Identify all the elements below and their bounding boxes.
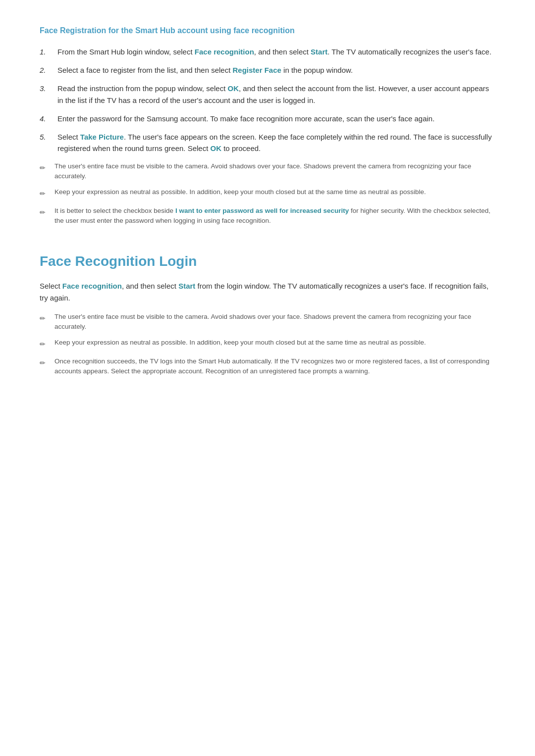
- section2-notes: The user's entire face must be visible t…: [40, 312, 495, 377]
- step5-highlight1: Take Picture: [80, 133, 124, 141]
- step-5-content: Select Take Picture. The user's face app…: [57, 131, 495, 154]
- section2-note-1-content: The user's entire face must be visible t…: [54, 312, 495, 332]
- note-3: It is better to select the checkbox besi…: [40, 206, 495, 226]
- step-2-number: 2.: [40, 64, 57, 76]
- step-3-number: 3.: [40, 83, 57, 94]
- pencil-icon-5: [40, 338, 54, 351]
- step-2: 2. Select a face to register from the li…: [40, 64, 495, 76]
- pencil-icon-3: [40, 206, 54, 219]
- section2-intro: Select Face recognition, and then select…: [40, 280, 495, 304]
- step-3: 3. Read the instruction from the popup w…: [40, 83, 495, 106]
- steps-list: 1. From the Smart Hub login window, sele…: [40, 46, 495, 154]
- section2-note-2-content: Keep your expression as neutral as possi…: [54, 338, 495, 348]
- step-3-content: Read the instruction from the popup wind…: [57, 83, 495, 106]
- pencil-icon-1: [40, 161, 54, 174]
- section2-highlight2: Start: [178, 282, 195, 290]
- step-1-content: From the Smart Hub login window, select …: [57, 46, 495, 57]
- step-4-content: Enter the password for the Samsung accou…: [57, 113, 495, 124]
- step3-highlight1: OK: [228, 84, 239, 93]
- section2-title: Face Recognition Login: [40, 251, 495, 272]
- note-1-content: The user's entire face must be visible t…: [54, 161, 495, 182]
- step-4: 4. Enter the password for the Samsung ac…: [40, 113, 495, 124]
- section2-note-2: Keep your expression as neutral as possi…: [40, 338, 495, 351]
- note3-highlight: I want to enter password as well for inc…: [175, 207, 349, 214]
- step-5: 5. Select Take Picture. The user's face …: [40, 131, 495, 154]
- note-2: Keep your expression as neutral as possi…: [40, 187, 495, 200]
- step2-highlight1: Register Face: [233, 66, 281, 74]
- section2-note-3: Once recognition succeeds, the TV logs i…: [40, 356, 495, 377]
- note-2-content: Keep your expression as neutral as possi…: [54, 187, 495, 197]
- section2-note-3-content: Once recognition succeeds, the TV logs i…: [54, 356, 495, 377]
- step1-highlight1: Face recognition: [195, 48, 254, 56]
- section2-highlight1: Face recognition: [62, 282, 122, 290]
- pencil-icon-4: [40, 312, 54, 325]
- step-2-content: Select a face to register from the list,…: [57, 64, 495, 76]
- section2-note-1: The user's entire face must be visible t…: [40, 312, 495, 332]
- section1-title: Face Registration for the Smart Hub acco…: [40, 25, 495, 37]
- step-4-number: 4.: [40, 113, 57, 124]
- note-3-content: It is better to select the checkbox besi…: [54, 206, 495, 226]
- step-1: 1. From the Smart Hub login window, sele…: [40, 46, 495, 57]
- section1-notes: The user's entire face must be visible t…: [40, 161, 495, 226]
- step-5-number: 5.: [40, 131, 57, 143]
- step-1-number: 1.: [40, 46, 57, 57]
- pencil-icon-2: [40, 187, 54, 200]
- step5-highlight2: OK: [211, 144, 222, 152]
- step1-highlight2: Start: [311, 48, 327, 56]
- note-1: The user's entire face must be visible t…: [40, 161, 495, 182]
- pencil-icon-6: [40, 356, 54, 369]
